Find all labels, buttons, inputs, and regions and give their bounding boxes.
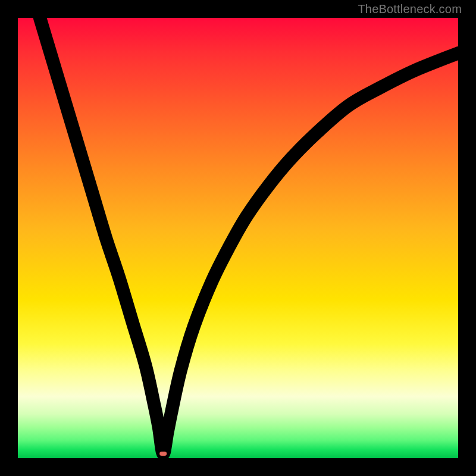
chart-frame: TheBottleneck.com: [0, 0, 476, 476]
plot-area: [18, 18, 458, 458]
chart-svg: [18, 18, 458, 458]
bottleneck-curve: [40, 18, 458, 454]
bottleneck-marker: [159, 452, 167, 456]
bottleneck-marker-shape: [159, 452, 167, 456]
watermark-text: TheBottleneck.com: [358, 2, 462, 16]
